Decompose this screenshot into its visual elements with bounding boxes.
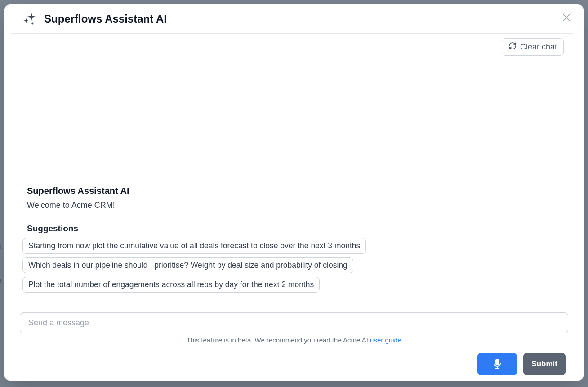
input-area: This feature is in beta. We recommend yo… [4, 312, 584, 353]
refresh-icon [508, 42, 517, 52]
close-button[interactable] [560, 12, 573, 24]
suggestions-heading: Suggestions [27, 224, 566, 234]
welcome-message: Welcome to Acme CRM! [27, 201, 566, 210]
beta-notice: This feature is in beta. We recommend yo… [20, 333, 568, 347]
assistant-modal: Superflows Assistant AI Clear chat [4, 4, 584, 381]
microphone-button[interactable] [477, 353, 517, 375]
modal-header: Superflows Assistant AI [11, 4, 573, 34]
suggestion-chip[interactable]: Which deals in our pipeline should I pri… [22, 257, 353, 273]
modal-title: Superflows Assistant AI [44, 13, 167, 25]
clear-chat-label: Clear chat [520, 42, 557, 52]
action-row: Submit [4, 353, 584, 381]
clear-chat-button[interactable]: Clear chat [502, 38, 564, 56]
user-guide-link[interactable]: user guide [370, 336, 401, 344]
assistant-name-heading: Superflows Assistant AI [27, 186, 566, 196]
beta-notice-text: This feature is in beta. We recommend yo… [187, 336, 370, 344]
sparkle-icon [22, 11, 38, 27]
svg-rect-2 [496, 359, 499, 364]
chat-content-area: Superflows Assistant AI Welcome to Acme … [4, 56, 584, 312]
microphone-icon [492, 358, 503, 370]
toolbar: Clear chat [4, 34, 584, 56]
suggestion-chip[interactable]: Starting from now plot the cumulative va… [22, 238, 366, 254]
close-icon [561, 13, 571, 24]
message-input[interactable] [20, 312, 568, 333]
suggestions-list: Starting from now plot the cumulative va… [22, 238, 566, 296]
submit-button[interactable]: Submit [523, 353, 566, 375]
suggestion-chip[interactable]: Plot the total number of engagements acr… [22, 277, 320, 292]
